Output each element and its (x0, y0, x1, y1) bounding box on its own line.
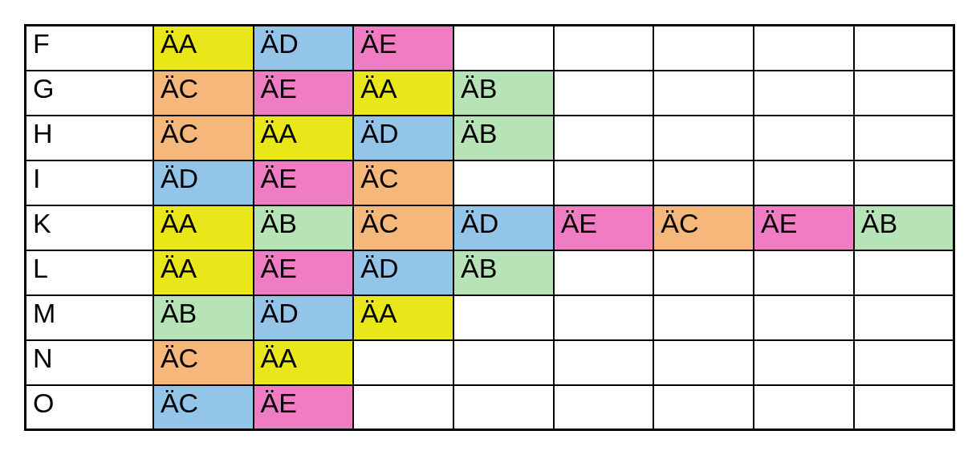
value-cell: ÄB (254, 205, 354, 250)
empty-cell (554, 160, 654, 205)
value-cell: ÄC (153, 71, 254, 116)
empty-cell (754, 160, 854, 205)
value-cell: ÄD (353, 116, 453, 160)
value-cell: ÄA (254, 116, 354, 160)
table-row: OÄCÄE (26, 385, 954, 430)
value-cell: ÄE (353, 26, 453, 71)
value-cell: ÄE (254, 160, 354, 205)
table-row: LÄAÄEÄDÄB (26, 250, 954, 295)
value-cell: ÄB (153, 295, 254, 340)
row-label: G (26, 71, 153, 116)
value-cell: ÄB (453, 116, 554, 160)
value-cell: ÄA (353, 71, 453, 116)
empty-cell (653, 71, 754, 116)
value-cell: ÄA (153, 26, 254, 71)
empty-cell (854, 385, 954, 430)
value-cell: ÄE (254, 385, 354, 430)
value-cell: ÄD (153, 160, 254, 205)
empty-cell (453, 385, 554, 430)
empty-cell (854, 340, 954, 385)
table-row: IÄDÄEÄC (26, 160, 954, 205)
empty-cell (453, 295, 554, 340)
empty-cell (854, 71, 954, 116)
table-row: FÄAÄDÄE (26, 26, 954, 71)
value-cell: ÄC (353, 160, 453, 205)
empty-cell (554, 340, 654, 385)
table-row: GÄCÄEÄAÄB (26, 71, 954, 116)
value-cell: ÄA (353, 295, 453, 340)
value-cell: ÄD (353, 250, 453, 295)
empty-cell (453, 340, 554, 385)
value-cell: ÄD (254, 26, 354, 71)
empty-cell (854, 250, 954, 295)
empty-cell (554, 26, 654, 71)
table-row: HÄCÄAÄDÄB (26, 116, 954, 160)
value-cell: ÄC (153, 116, 254, 160)
value-cell: ÄB (453, 71, 554, 116)
value-cell: ÄB (453, 250, 554, 295)
empty-cell (754, 116, 854, 160)
value-cell: ÄC (653, 205, 754, 250)
value-cell: ÄC (353, 205, 453, 250)
empty-cell (754, 26, 854, 71)
value-cell: ÄD (453, 205, 554, 250)
value-cell: ÄC (153, 385, 254, 430)
value-cell: ÄE (754, 205, 854, 250)
row-label: K (26, 205, 153, 250)
row-label: M (26, 295, 153, 340)
row-label: H (26, 116, 153, 160)
empty-cell (754, 295, 854, 340)
empty-cell (453, 26, 554, 71)
value-cell: ÄE (554, 205, 654, 250)
empty-cell (854, 160, 954, 205)
empty-cell (653, 385, 754, 430)
empty-cell (754, 250, 854, 295)
value-cell: ÄE (254, 71, 354, 116)
empty-cell (453, 160, 554, 205)
row-label: N (26, 340, 153, 385)
empty-cell (653, 26, 754, 71)
row-label: L (26, 250, 153, 295)
empty-cell (754, 71, 854, 116)
empty-cell (653, 160, 754, 205)
value-cell: ÄC (153, 340, 254, 385)
empty-cell (653, 340, 754, 385)
empty-cell (653, 116, 754, 160)
row-label: I (26, 160, 153, 205)
row-label: F (26, 26, 153, 71)
empty-cell (353, 385, 453, 430)
empty-cell (353, 340, 453, 385)
empty-cell (554, 385, 654, 430)
empty-cell (554, 250, 654, 295)
table-row: KÄAÄBÄCÄDÄEÄCÄEÄB (26, 205, 954, 250)
value-cell: ÄA (153, 205, 254, 250)
empty-cell (754, 340, 854, 385)
value-cell: ÄD (254, 295, 354, 340)
empty-cell (754, 385, 854, 430)
value-cell: ÄA (254, 340, 354, 385)
empty-cell (554, 295, 654, 340)
empty-cell (854, 116, 954, 160)
row-label: O (26, 385, 153, 430)
empty-cell (554, 116, 654, 160)
sequence-table: FÄAÄDÄEGÄCÄEÄAÄBHÄCÄAÄDÄBIÄDÄEÄCKÄAÄBÄCÄ… (24, 24, 955, 431)
empty-cell (854, 295, 954, 340)
value-cell: ÄA (153, 250, 254, 295)
empty-cell (854, 26, 954, 71)
empty-cell (653, 250, 754, 295)
value-cell: ÄB (854, 205, 954, 250)
empty-cell (653, 295, 754, 340)
table-row: NÄCÄA (26, 340, 954, 385)
value-cell: ÄE (254, 250, 354, 295)
table-row: MÄBÄDÄA (26, 295, 954, 340)
empty-cell (554, 71, 654, 116)
